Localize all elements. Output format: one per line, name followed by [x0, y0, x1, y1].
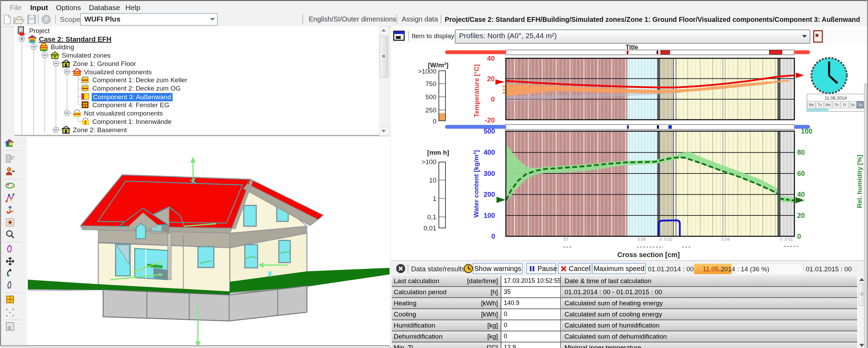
svg-text:Tu: Tu: [818, 103, 821, 107]
svg-text:40: 40: [487, 54, 495, 62]
svg-text:-20: -20: [485, 116, 495, 124]
svg-text:20: 20: [797, 212, 805, 219]
svg-text:1: 1: [433, 195, 436, 202]
svg-text:750: 750: [425, 80, 436, 87]
svg-text:40: 40: [797, 190, 805, 198]
svg-text:Fr: Fr: [843, 103, 846, 107]
svg-text:0.04: 0.04: [721, 237, 730, 242]
svg-text:0: 0: [780, 237, 783, 242]
svg-text:57: 57: [564, 237, 568, 242]
svg-text:Mo: Mo: [809, 103, 814, 107]
svg-text:>1000: >1000: [418, 68, 436, 75]
svg-text:0: 0: [797, 232, 801, 240]
svg-text:Rel. humidity [%]: Rel. humidity [%]: [856, 155, 863, 208]
svg-text:We: We: [826, 103, 831, 107]
svg-text:60: 60: [797, 170, 805, 177]
svg-text:20: 20: [487, 75, 495, 83]
svg-text:?: ?: [44, 16, 48, 23]
svg-text:11.08.2014: 11.08.2014: [825, 95, 847, 101]
svg-text:0,01: 0,01: [424, 224, 436, 232]
svg-text:0.01: 0.01: [664, 237, 673, 242]
svg-text:>100: >100: [422, 158, 436, 165]
svg-text:400: 400: [484, 148, 495, 156]
svg-text:100: 100: [801, 127, 812, 135]
svg-text:Sa: Sa: [851, 103, 855, 107]
svg-text:0.01: 0.01: [785, 237, 793, 242]
svg-text:[mm h]: [mm h]: [427, 149, 449, 156]
svg-text:Water content [kg/m³]: Water content [kg/m³]: [473, 150, 480, 218]
svg-text:80: 80: [797, 148, 805, 156]
svg-text:300: 300: [484, 170, 495, 177]
svg-text:200: 200: [484, 190, 495, 198]
svg-text:0,1: 0,1: [427, 213, 436, 221]
svg-text:0: 0: [433, 118, 436, 125]
svg-text:0.08: 0.08: [637, 237, 646, 242]
svg-text:0: 0: [660, 237, 662, 242]
svg-text:Su: Su: [858, 103, 862, 107]
svg-text:X: X: [267, 270, 273, 278]
svg-text:0: 0: [491, 232, 495, 240]
svg-text:500: 500: [484, 127, 495, 135]
svg-text:Th: Th: [834, 103, 838, 107]
svg-text:Temperature [°C]: Temperature [°C]: [473, 65, 480, 118]
svg-text:250: 250: [425, 107, 436, 114]
svg-text:0: 0: [491, 95, 495, 103]
svg-text:500: 500: [425, 93, 436, 101]
svg-text:10: 10: [429, 177, 436, 184]
svg-text:Cross section [cm]: Cross section [cm]: [617, 251, 680, 258]
svg-text:100: 100: [484, 212, 495, 219]
